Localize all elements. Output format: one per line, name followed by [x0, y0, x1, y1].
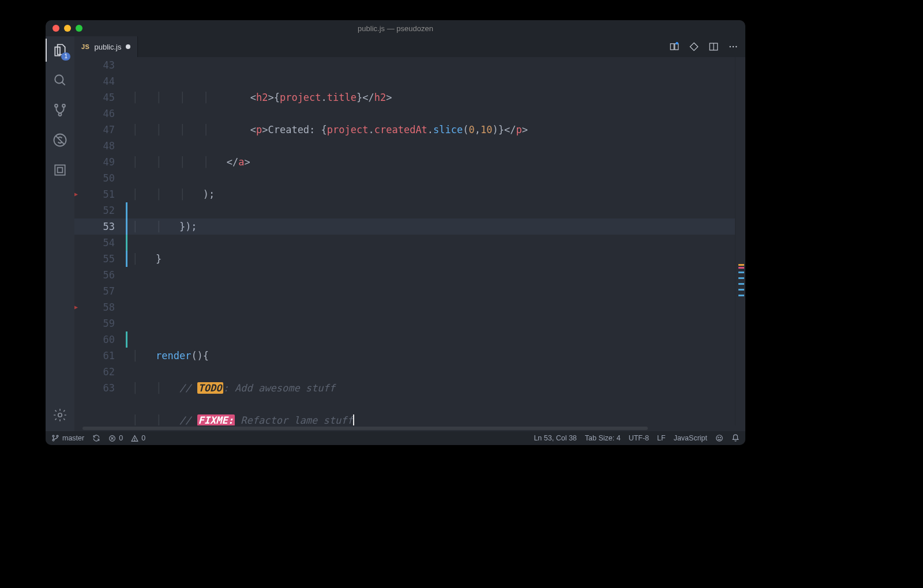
- debug-icon[interactable]: [52, 132, 68, 148]
- svg-point-9: [58, 413, 62, 417]
- code-content[interactable]: │ │ │ │ <h2>{project.title}</h2> │ │ │ │…: [129, 57, 735, 425]
- tab-public-js[interactable]: JS public.js: [74, 36, 138, 57]
- svg-point-2: [55, 104, 58, 107]
- extensions-icon[interactable]: [52, 162, 68, 178]
- svg-point-20: [57, 435, 58, 437]
- close-window-button[interactable]: [52, 25, 59, 32]
- language-status[interactable]: JavaScript: [674, 434, 707, 442]
- line-number: 51: [82, 186, 115, 202]
- svg-rect-8: [58, 168, 63, 173]
- line-number-gutter: 4344454647484950515253545556575859606162…: [82, 57, 125, 425]
- tab-actions: [669, 36, 745, 57]
- svg-point-0: [55, 75, 63, 83]
- notifications-bell-icon[interactable]: [731, 434, 740, 442]
- fixme-highlight: FIXME:: [197, 414, 235, 425]
- line-number: 59: [82, 315, 115, 331]
- svg-point-18: [52, 435, 54, 437]
- line-number: 56: [82, 267, 115, 283]
- svg-point-19: [52, 439, 54, 441]
- svg-point-12: [676, 42, 678, 45]
- body-area: 1: [46, 36, 745, 431]
- line-number: 58: [82, 299, 115, 315]
- search-icon[interactable]: [52, 72, 68, 88]
- line-number: 60: [82, 331, 115, 348]
- svg-point-4: [59, 113, 62, 116]
- line-number: 44: [82, 73, 115, 89]
- indent-status[interactable]: Tab Size: 4: [585, 434, 621, 442]
- svg-point-25: [134, 440, 135, 440]
- editor-window: public.js — pseudozen 1: [46, 20, 745, 445]
- source-control-icon[interactable]: [52, 102, 68, 118]
- errors-status[interactable]: 0: [108, 434, 123, 442]
- activity-bar: 1: [46, 36, 74, 431]
- compare-changes-icon[interactable]: [669, 42, 680, 52]
- line-number: 57: [82, 283, 115, 299]
- svg-point-16: [733, 46, 734, 47]
- warnings-status[interactable]: 0: [131, 434, 145, 442]
- zoom-window-button[interactable]: [76, 25, 82, 32]
- sync-icon[interactable]: [92, 434, 100, 442]
- todo-highlight: TODO: [197, 382, 223, 394]
- line-number: 63: [82, 380, 115, 396]
- open-changes-icon[interactable]: [689, 42, 699, 52]
- more-actions-icon[interactable]: [728, 42, 738, 52]
- line-number: 47: [82, 122, 115, 138]
- svg-rect-10: [670, 44, 674, 50]
- cursor-position-status[interactable]: Ln 53, Col 38: [534, 434, 576, 442]
- tab-filename: public.js: [94, 43, 121, 51]
- feedback-smiley-icon[interactable]: [715, 434, 723, 442]
- tabs-row: JS public.js: [74, 36, 745, 57]
- svg-point-17: [736, 46, 737, 47]
- line-number: 52: [82, 202, 115, 218]
- fold-arrow-column: ▶ ▶: [74, 57, 82, 425]
- scrollbar-thumb[interactable]: [82, 427, 648, 430]
- svg-point-26: [716, 435, 723, 442]
- settings-gear-icon[interactable]: [52, 407, 68, 423]
- js-file-icon: JS: [81, 43, 89, 50]
- line-number: 50: [82, 170, 115, 186]
- line-number: 49: [82, 154, 115, 170]
- git-branch-status[interactable]: master: [51, 434, 84, 442]
- dirty-indicator-icon: [126, 44, 130, 49]
- status-bar: master 0 0 Ln 53, Col 38 Tab Size: 4 UTF…: [46, 431, 745, 445]
- line-number: 54: [82, 235, 115, 251]
- line-number: 61: [82, 348, 115, 364]
- svg-rect-7: [55, 165, 65, 175]
- svg-line-1: [62, 82, 65, 85]
- line-number: 46: [82, 105, 115, 122]
- line-number: 45: [82, 89, 115, 105]
- explorer-icon[interactable]: 1: [52, 42, 68, 58]
- horizontal-scrollbar[interactable]: [74, 425, 745, 431]
- explorer-badge: 1: [61, 52, 70, 61]
- svg-point-3: [62, 104, 65, 107]
- minimize-window-button[interactable]: [64, 25, 71, 32]
- code-editor[interactable]: ▶ ▶ 434445464748495051525354555657585960…: [74, 57, 745, 425]
- svg-point-15: [730, 46, 731, 47]
- encoding-status[interactable]: UTF-8: [629, 434, 649, 442]
- text-caret: [353, 414, 354, 426]
- window-title: public.js — pseudozen: [46, 24, 745, 33]
- minimap[interactable]: [735, 57, 745, 425]
- titlebar: public.js — pseudozen: [46, 20, 745, 36]
- editor-main: JS public.js: [74, 36, 745, 431]
- line-number: 48: [82, 138, 115, 154]
- svg-rect-11: [675, 44, 678, 50]
- line-number: 62: [82, 364, 115, 380]
- line-number: 43: [82, 57, 115, 73]
- eol-status[interactable]: LF: [657, 434, 666, 442]
- svg-point-28: [720, 437, 721, 438]
- split-editor-icon[interactable]: [708, 42, 719, 52]
- traffic-lights: [46, 25, 82, 32]
- line-number: 55: [82, 251, 115, 267]
- svg-point-27: [718, 437, 719, 438]
